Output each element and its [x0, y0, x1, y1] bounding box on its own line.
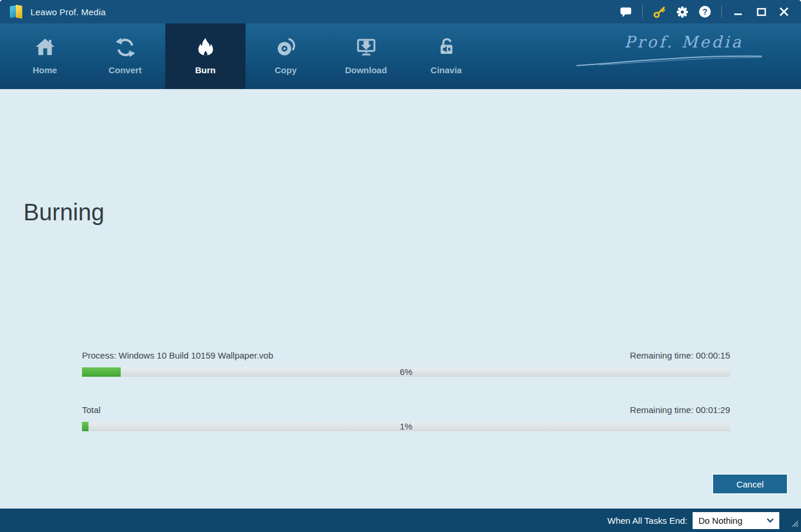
tab-label: Home — [33, 65, 57, 75]
footer-bar: When All Tasks End: Do Nothing — [0, 509, 801, 532]
tab-download[interactable]: Download — [326, 23, 406, 89]
gear-icon[interactable] — [673, 3, 691, 21]
download-icon — [356, 36, 377, 59]
when-tasks-end-label: When All Tasks End: — [608, 516, 687, 526]
leawo-logo-icon — [8, 4, 25, 20]
message-icon[interactable] — [617, 3, 635, 21]
total-progress-block: Total Remaining time: 00:01:29 1% — [82, 405, 730, 431]
tab-label: Burn — [195, 65, 216, 75]
tab-convert[interactable]: Convert — [85, 23, 165, 89]
when-tasks-end-select[interactable]: Do Nothing — [693, 512, 779, 529]
flame-icon — [195, 36, 216, 59]
burning-panel: Burning Process: Windows 10 Build 10159 … — [0, 89, 801, 509]
tab-label: Download — [345, 65, 387, 75]
maximize-icon[interactable] — [752, 3, 770, 21]
selected-option: Do Nothing — [698, 516, 742, 526]
app-window: Leawo Prof. Media — [0, 0, 801, 532]
tab-label: Cinavia — [431, 65, 462, 75]
process-percent-label: 6% — [82, 367, 730, 377]
titlebar: Leawo Prof. Media — [0, 0, 801, 23]
cancel-button[interactable]: Cancel — [712, 473, 788, 495]
process-file-text: Process: Windows 10 Build 10159 Wallpape… — [82, 350, 273, 360]
chevron-down-icon — [766, 518, 774, 523]
app-title: Leawo Prof. Media — [30, 7, 105, 17]
tab-label: Convert — [108, 65, 142, 75]
home-icon — [35, 36, 56, 59]
close-icon[interactable] — [775, 3, 793, 21]
process-progress-bar: 6% — [82, 367, 730, 377]
disc-icon — [275, 36, 296, 59]
tab-home[interactable]: Home — [5, 23, 85, 89]
help-icon[interactable]: ? — [696, 3, 714, 21]
total-progress-bar: 1% — [82, 422, 730, 431]
tab-cinavia[interactable]: Cinavia — [406, 23, 486, 89]
titlebar-separator — [642, 5, 643, 18]
total-remaining-time: Remaining time: 00:01:29 — [630, 405, 730, 415]
tab-burn[interactable]: Burn — [165, 23, 246, 89]
process-progress-block: Process: Windows 10 Build 10159 Wallpape… — [82, 350, 730, 377]
process-remaining-time: Remaining time: 00:00:15 — [630, 350, 730, 360]
key-icon[interactable] — [650, 3, 668, 21]
titlebar-separator — [721, 5, 722, 18]
page-title: Burning — [23, 199, 104, 226]
signature-swoosh-icon — [575, 52, 763, 67]
convert-icon — [115, 36, 136, 59]
tab-label: Copy — [275, 65, 297, 75]
resize-grip[interactable] — [789, 517, 799, 530]
tab-copy[interactable]: Copy — [246, 23, 326, 89]
main-nav: Home Convert — [0, 23, 801, 89]
total-label: Total — [82, 405, 101, 415]
total-percent-label: 1% — [82, 422, 730, 431]
minimize-icon[interactable] — [730, 3, 747, 21]
cinavia-lock-icon — [436, 36, 457, 59]
prof-media-signature: Prof. Media — [611, 33, 757, 67]
signature-text: Prof. Media — [611, 33, 757, 51]
